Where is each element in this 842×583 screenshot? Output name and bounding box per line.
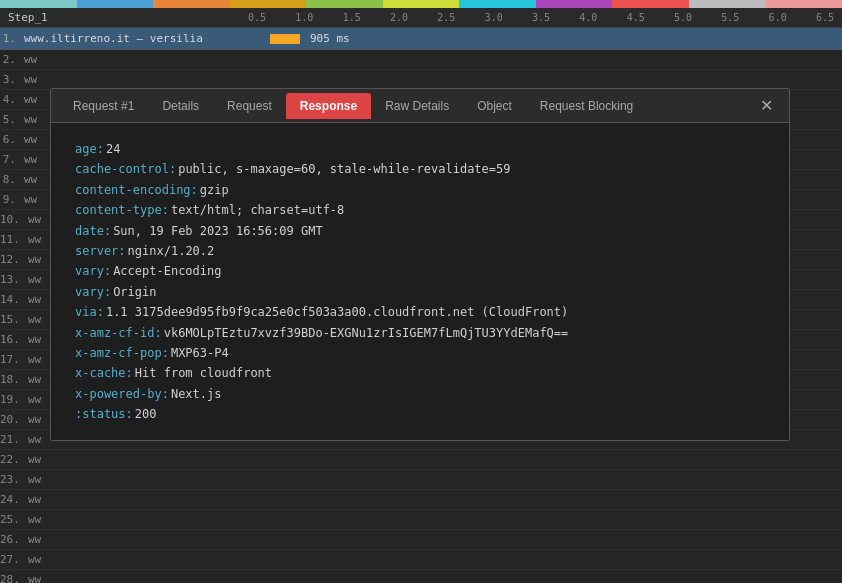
timeline-segment-image bbox=[536, 0, 613, 8]
row-url: ww bbox=[24, 333, 41, 346]
row-url: ww bbox=[24, 553, 41, 566]
row-num: 2. bbox=[0, 53, 20, 66]
request-bar bbox=[270, 34, 300, 44]
timeline-header: Step_1 0.51.01.52.02.53.03.54.04.55.05.5… bbox=[0, 8, 842, 28]
timeline-segment-connect bbox=[153, 0, 230, 8]
timeline-tick: 0.5 bbox=[248, 12, 266, 23]
tab-rawdetails[interactable]: Raw Details bbox=[371, 93, 463, 119]
row-num: 28. bbox=[0, 573, 24, 583]
timeline-tick: 5.5 bbox=[721, 12, 739, 23]
header-val: Hit from cloudfront bbox=[135, 363, 272, 383]
timeline-bar bbox=[0, 0, 842, 8]
tab-request[interactable]: Request bbox=[213, 93, 286, 119]
request-row-1[interactable]: 1. www.iltirreno.it – versilia 905 ms bbox=[0, 28, 842, 50]
header-line: vary: Origin bbox=[75, 282, 765, 302]
table-row[interactable]: 25. ww bbox=[0, 510, 842, 530]
header-key: x-amz-cf-pop: bbox=[75, 343, 169, 363]
header-key: content-type: bbox=[75, 200, 169, 220]
header-key: content-encoding: bbox=[75, 180, 198, 200]
row-url: ww bbox=[20, 173, 37, 186]
table-row[interactable]: 27. ww bbox=[0, 550, 842, 570]
header-val: MXP63-P4 bbox=[171, 343, 229, 363]
table-row[interactable]: 26. ww bbox=[0, 530, 842, 550]
header-val: Next.js bbox=[171, 384, 222, 404]
header-key: date: bbox=[75, 221, 111, 241]
header-val: public, s-maxage=60, stale-while-revalid… bbox=[178, 159, 510, 179]
table-row[interactable]: 2. ww bbox=[0, 50, 842, 70]
header-key: x-cache: bbox=[75, 363, 133, 383]
timeline-tick: 3.5 bbox=[532, 12, 550, 23]
table-row[interactable]: 22. ww bbox=[0, 450, 842, 470]
row-url: ww bbox=[24, 473, 41, 486]
row-num: 18. bbox=[0, 373, 24, 386]
row-num: 13. bbox=[0, 273, 24, 286]
timeline-segment-font bbox=[689, 0, 766, 8]
header-key: via: bbox=[75, 302, 104, 322]
timeline-segment-flash bbox=[612, 0, 689, 8]
header-key: x-amz-cf-id: bbox=[75, 323, 162, 343]
row-url: ww bbox=[24, 253, 41, 266]
row-url: ww bbox=[24, 393, 41, 406]
table-row[interactable]: 3. ww bbox=[0, 70, 842, 90]
header-val: Sun, 19 Feb 2023 16:56:09 GMT bbox=[113, 221, 323, 241]
header-val: nginx/1.20.2 bbox=[128, 241, 215, 261]
row-url: ww bbox=[24, 293, 41, 306]
tab-details[interactable]: Details bbox=[148, 93, 213, 119]
step-label: Step_1 bbox=[4, 11, 244, 24]
row-url: ww bbox=[24, 453, 41, 466]
timeline-segment-html bbox=[306, 0, 383, 8]
header-val: vk6MOLpTEztu7xvzf39BDo-EXGNu1zrIsIGEM7fL… bbox=[164, 323, 569, 343]
row-num: 10. bbox=[0, 213, 24, 226]
timeline-segment-css bbox=[459, 0, 536, 8]
timeline-segment-video bbox=[765, 0, 842, 8]
row-num: 16. bbox=[0, 333, 24, 346]
table-row[interactable]: 28. ww bbox=[0, 570, 842, 583]
timeline-tick: 3.0 bbox=[485, 12, 503, 23]
row-num: 7. bbox=[0, 153, 20, 166]
modal-close-button[interactable]: ✕ bbox=[752, 92, 781, 119]
header-val: 1.1 3175dee9d95fb9f9ca25e0cf503a3a00.clo… bbox=[106, 302, 568, 322]
header-line: :status: 200 bbox=[75, 404, 765, 424]
row-num: 4. bbox=[0, 93, 20, 106]
row-url: ww bbox=[24, 273, 41, 286]
tab-request1[interactable]: Request #1 bbox=[59, 93, 148, 119]
row-bar-area-1: 905 ms bbox=[230, 28, 842, 49]
row-num: 26. bbox=[0, 533, 24, 546]
header-line: content-encoding: gzip bbox=[75, 180, 765, 200]
modal-content: age: 24cache-control: public, s-maxage=6… bbox=[51, 123, 789, 440]
header-key: age: bbox=[75, 139, 104, 159]
row-url: ww bbox=[24, 533, 41, 546]
tab-blocking[interactable]: Request Blocking bbox=[526, 93, 647, 119]
timeline-tick: 6.0 bbox=[769, 12, 787, 23]
row-num: 14. bbox=[0, 293, 24, 306]
row-url-1: www.iltirreno.it – versilia bbox=[20, 32, 230, 45]
header-line: age: 24 bbox=[75, 139, 765, 159]
header-key: vary: bbox=[75, 261, 111, 281]
header-key: cache-control: bbox=[75, 159, 176, 179]
row-url: ww bbox=[24, 433, 41, 446]
tab-object[interactable]: Object bbox=[463, 93, 526, 119]
row-num: 21. bbox=[0, 433, 24, 446]
header-val: Origin bbox=[113, 282, 156, 302]
row-num: 22. bbox=[0, 453, 24, 466]
row-url: ww bbox=[20, 73, 37, 86]
header-key: :status: bbox=[75, 404, 133, 424]
modal-overlay: Request #1DetailsRequestResponseRaw Deta… bbox=[50, 88, 790, 441]
row-url: ww bbox=[24, 413, 41, 426]
timeline-segment-js bbox=[383, 0, 460, 8]
header-line: content-type: text/html; charset=utf-8 bbox=[75, 200, 765, 220]
row-url: ww bbox=[20, 93, 37, 106]
request-timing: 905 ms bbox=[310, 32, 350, 45]
table-row[interactable]: 24. ww bbox=[0, 490, 842, 510]
table-row[interactable]: 23. ww bbox=[0, 470, 842, 490]
header-line: x-amz-cf-pop: MXP63-P4 bbox=[75, 343, 765, 363]
row-url: ww bbox=[20, 193, 37, 206]
row-url: ww bbox=[20, 153, 37, 166]
modal-tabs: Request #1DetailsRequestResponseRaw Deta… bbox=[51, 89, 789, 123]
header-line: x-amz-cf-id: vk6MOLpTEztu7xvzf39BDo-EXGN… bbox=[75, 323, 765, 343]
header-line: date: Sun, 19 Feb 2023 16:56:09 GMT bbox=[75, 221, 765, 241]
row-num: 12. bbox=[0, 253, 24, 266]
tab-response[interactable]: Response bbox=[286, 93, 371, 119]
header-val: gzip bbox=[200, 180, 229, 200]
row-num: 3. bbox=[0, 73, 20, 86]
